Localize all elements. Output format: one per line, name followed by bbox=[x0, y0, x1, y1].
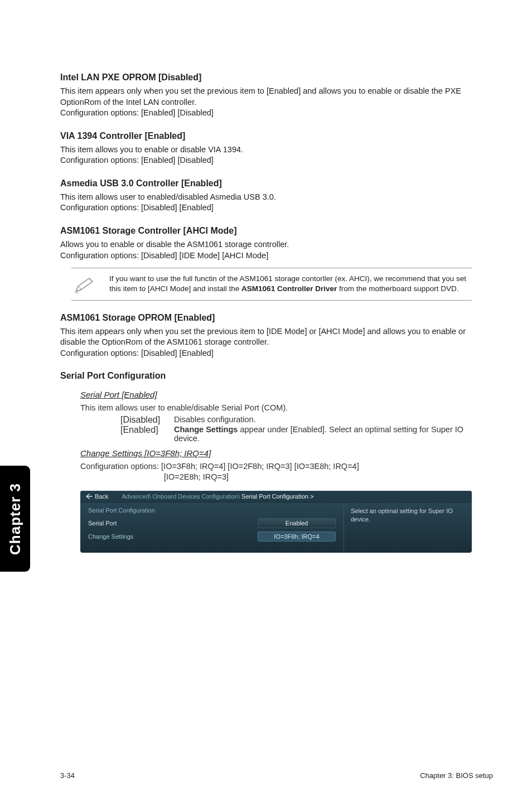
option-row-disabled: [Disabled] Disables configuration. bbox=[120, 415, 472, 425]
section-heading-asm1061-storage: ASM1061 Storage Controller [AHCI Mode] bbox=[60, 226, 472, 236]
bios-screenshot-panel: Back Advanced\ Onboard Devices Configura… bbox=[80, 491, 472, 553]
note-text: If you want to use the full functin of t… bbox=[109, 274, 472, 294]
cs-line1: Configuration options: [IO=3F8h; IRQ=4] … bbox=[80, 462, 359, 471]
bios-back-button[interactable]: Back bbox=[86, 493, 108, 500]
section-desc: This item allows you to enable or disabl… bbox=[60, 144, 472, 166]
bios-help-pane: Select an optimal setting for Super IO d… bbox=[344, 503, 472, 553]
note-bold: ASM1061 Controller Driver bbox=[241, 284, 337, 293]
breadcrumb-active: Serial Port Configuration > bbox=[241, 493, 313, 500]
pen-icon bbox=[71, 274, 98, 294]
bios-left-pane: Serial Port Configuration Serial Port En… bbox=[80, 503, 344, 553]
bios-header: Back Advanced\ Onboard Devices Configura… bbox=[80, 491, 472, 503]
bios-body: Serial Port Configuration Serial Port En… bbox=[80, 503, 472, 553]
bios-row-label: Change Settings bbox=[88, 533, 258, 540]
section-heading-intel-lan: Intel LAN PXE OPROM [Disabled] bbox=[60, 73, 472, 83]
section-heading-via1394: VIA 1394 Controller [Enabled] bbox=[60, 131, 472, 141]
section-heading-asmedia-usb: Asmedia USB 3.0 Controller [Enabled] bbox=[60, 178, 472, 189]
option-key: [Enabled] bbox=[120, 425, 174, 443]
option-key: [Disabled] bbox=[120, 415, 174, 425]
subsection-change-settings: Change Settings [IO=3F8h; IRQ=4] bbox=[80, 448, 472, 458]
breadcrumb-path: Advanced\ Onboard Devices Configuration\ bbox=[122, 493, 241, 500]
option-row-enabled: [Enabled] Change Settings appear under [… bbox=[120, 425, 472, 443]
footer-chapter-title: Chapter 3: BIOS setup bbox=[420, 771, 493, 780]
section-desc: This item appears only when you set the … bbox=[60, 86, 472, 119]
back-arrow-icon bbox=[86, 494, 93, 499]
page-footer: 3-34 Chapter 3: BIOS setup bbox=[60, 771, 493, 780]
section-desc: Allows you to enable or disable the ASM1… bbox=[60, 239, 472, 261]
subsection-desc: Configuration options: [IO=3F8h; IRQ=4] … bbox=[80, 461, 472, 483]
subsection-serial-port: Serial Port [Enabled] bbox=[80, 390, 472, 399]
bios-breadcrumb: Advanced\ Onboard Devices Configuration\… bbox=[122, 493, 313, 500]
section-desc: This item allows user to enabled/disable… bbox=[60, 192, 472, 214]
bios-row-label: Serial Port bbox=[88, 520, 258, 526]
section-heading-asm1061-oprom: ASM1061 Storage OPROM [Enabled] bbox=[60, 313, 472, 323]
cs-line2: [IO=2E8h; IRQ=3] bbox=[164, 472, 229, 483]
bios-row-serial-port[interactable]: Serial Port Enabled bbox=[88, 518, 336, 528]
bios-row-change-settings[interactable]: Change Settings IO=3F8h; IRQ=4 bbox=[88, 532, 336, 542]
option-val: Change Settings appear under [Enabled]. … bbox=[174, 425, 472, 443]
page-content: Intel LAN PXE OPROM [Disabled] This item… bbox=[0, 0, 532, 553]
footer-page-number: 3-34 bbox=[60, 771, 75, 780]
option-val: Disables configuration. bbox=[174, 415, 472, 425]
subsection-intro: This item allows user to enable/disable … bbox=[80, 403, 472, 414]
section-desc: This item appears only when you set the … bbox=[60, 326, 472, 359]
option-val-bold: Change Settings bbox=[174, 425, 238, 434]
note-callout: If you want to use the full functin of t… bbox=[71, 268, 472, 300]
bios-row-value: Enabled bbox=[258, 518, 336, 528]
bios-help-text: Select an optimal setting for Super IO d… bbox=[351, 508, 453, 523]
bios-section-title: Serial Port Configuration bbox=[88, 507, 336, 514]
bios-row-value: IO=3F8h; IRQ=4 bbox=[258, 532, 336, 542]
bios-back-label: Back bbox=[95, 493, 108, 500]
note-post: from the motherboard support DVD. bbox=[337, 284, 458, 293]
chapter-tab-label: Chapter 3 bbox=[7, 483, 24, 555]
chapter-side-tab: Chapter 3 bbox=[0, 466, 30, 572]
section-heading-serial-port-config: Serial Port Configuration bbox=[60, 371, 472, 381]
